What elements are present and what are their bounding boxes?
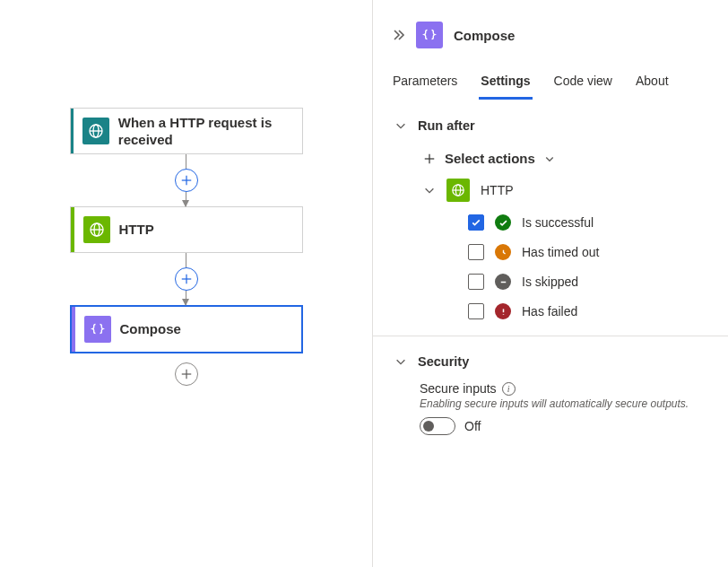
panel-header: Compose: [373, 13, 728, 65]
secure-inputs-label: Secure inputs: [420, 381, 497, 396]
checkbox-skipped[interactable]: [468, 274, 484, 290]
flow-canvas: When a HTTP request is received HTTP: [0, 0, 372, 567]
run-after-action-group: HTTP Is successful Has: [423, 179, 706, 319]
globe-icon: [83, 216, 110, 243]
chevron-down-icon: [544, 153, 555, 164]
plus-icon: [423, 153, 436, 165]
section-toggle-security[interactable]: Security: [394, 354, 706, 369]
status-list: Is successful Has timed out Is skipped: [468, 214, 706, 319]
tab-about[interactable]: About: [634, 65, 671, 100]
status-label: Has failed: [522, 304, 577, 318]
globe-icon: [446, 179, 470, 202]
node-label: When a HTTP request is received: [118, 114, 302, 149]
status-row-skipped: Is skipped: [468, 274, 706, 290]
node-accent: [71, 207, 74, 252]
globe-icon: [82, 118, 109, 144]
run-after-action-label: HTTP: [481, 183, 514, 197]
success-icon: [495, 214, 511, 231]
node-accent: [71, 109, 74, 153]
section-run-after: Run after Select actions HTTP: [373, 100, 728, 336]
braces-icon: [84, 316, 111, 343]
connector: [175, 362, 198, 386]
collapse-panel-button[interactable]: [391, 28, 405, 42]
checkbox-failed[interactable]: [468, 303, 484, 319]
checkbox-success[interactable]: [468, 214, 484, 231]
toggle-track: [420, 417, 455, 435]
status-row-timedout: Has timed out: [468, 244, 706, 260]
flow-node-trigger[interactable]: When a HTTP request is received: [70, 108, 303, 154]
tab-parameters[interactable]: Parameters: [391, 65, 459, 100]
section-title: Run after: [418, 118, 475, 133]
panel-tabs: Parameters Settings Code view About: [373, 65, 728, 100]
node-label: HTTP: [119, 221, 163, 239]
secure-inputs-label-row: Secure inputs i: [420, 381, 706, 396]
settings-panel: Compose Parameters Settings Code view Ab…: [373, 0, 728, 567]
chevron-down-icon: [394, 119, 407, 132]
tab-settings[interactable]: Settings: [479, 65, 532, 100]
select-actions-label: Select actions: [445, 151, 535, 166]
node-accent: [72, 307, 75, 352]
panel-title: Compose: [454, 28, 515, 43]
flow-column: When a HTTP request is received HTTP: [0, 108, 372, 386]
flow-node-http[interactable]: HTTP: [70, 206, 303, 253]
checkbox-timedout[interactable]: [468, 244, 484, 260]
chevron-down-icon: [394, 355, 407, 368]
section-toggle-run-after[interactable]: Run after: [394, 118, 706, 133]
clock-icon: [495, 244, 511, 260]
info-icon[interactable]: i: [502, 382, 516, 396]
add-step-button[interactable]: [175, 362, 198, 386]
error-icon: [495, 303, 511, 319]
tab-code-view[interactable]: Code view: [552, 65, 614, 100]
status-row-failed: Has failed: [468, 303, 706, 319]
node-label: Compose: [120, 320, 190, 338]
secure-inputs-hint: Enabling secure inputs will automaticall…: [420, 397, 706, 410]
secure-inputs-toggle[interactable]: Off: [420, 417, 706, 435]
toggle-state-label: Off: [464, 419, 481, 433]
section-title: Security: [418, 354, 469, 369]
toggle-thumb: [423, 421, 434, 432]
status-label: Is skipped: [522, 275, 578, 289]
select-actions-button[interactable]: Select actions: [423, 151, 706, 166]
status-label: Has timed out: [522, 245, 599, 259]
connector: [175, 154, 198, 206]
chevron-down-icon: [423, 184, 436, 196]
minus-icon: [495, 274, 511, 290]
status-label: Is successful: [522, 215, 594, 230]
section-security: Security Secure inputs i Enabling secure…: [373, 336, 728, 451]
add-step-button[interactable]: [175, 169, 198, 192]
flow-node-compose[interactable]: Compose: [70, 305, 303, 353]
status-row-success: Is successful: [468, 214, 706, 231]
add-step-button[interactable]: [175, 267, 198, 291]
braces-icon: [416, 22, 443, 48]
connector: [175, 253, 198, 305]
run-after-action-toggle[interactable]: HTTP: [423, 179, 706, 202]
